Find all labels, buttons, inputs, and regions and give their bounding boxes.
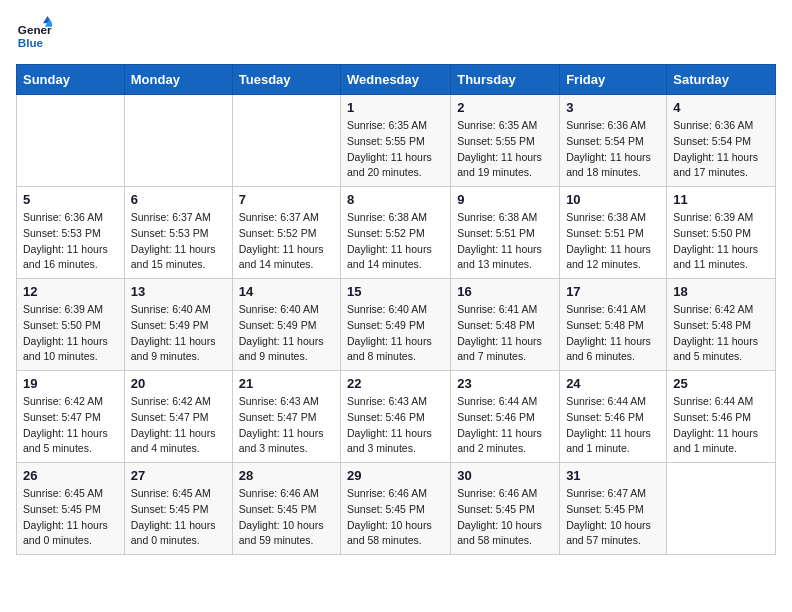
- day-number: 18: [673, 284, 769, 299]
- weekday-header-saturday: Saturday: [667, 65, 776, 95]
- day-number: 20: [131, 376, 226, 391]
- calendar-week-row: 26Sunrise: 6:45 AMSunset: 5:45 PMDayligh…: [17, 463, 776, 555]
- day-info: Sunrise: 6:36 AMSunset: 5:54 PMDaylight:…: [566, 118, 660, 181]
- day-info: Sunrise: 6:44 AMSunset: 5:46 PMDaylight:…: [673, 394, 769, 457]
- calendar-day-31: 31Sunrise: 6:47 AMSunset: 5:45 PMDayligh…: [560, 463, 667, 555]
- calendar-day-18: 18Sunrise: 6:42 AMSunset: 5:48 PMDayligh…: [667, 279, 776, 371]
- weekday-header-thursday: Thursday: [451, 65, 560, 95]
- calendar-day-22: 22Sunrise: 6:43 AMSunset: 5:46 PMDayligh…: [341, 371, 451, 463]
- calendar-day-5: 5Sunrise: 6:36 AMSunset: 5:53 PMDaylight…: [17, 187, 125, 279]
- day-info: Sunrise: 6:39 AMSunset: 5:50 PMDaylight:…: [23, 302, 118, 365]
- day-info: Sunrise: 6:38 AMSunset: 5:52 PMDaylight:…: [347, 210, 444, 273]
- calendar-day-29: 29Sunrise: 6:46 AMSunset: 5:45 PMDayligh…: [341, 463, 451, 555]
- day-number: 24: [566, 376, 660, 391]
- day-number: 31: [566, 468, 660, 483]
- weekday-header-monday: Monday: [124, 65, 232, 95]
- day-info: Sunrise: 6:38 AMSunset: 5:51 PMDaylight:…: [566, 210, 660, 273]
- calendar-day-12: 12Sunrise: 6:39 AMSunset: 5:50 PMDayligh…: [17, 279, 125, 371]
- calendar-day-24: 24Sunrise: 6:44 AMSunset: 5:46 PMDayligh…: [560, 371, 667, 463]
- day-number: 9: [457, 192, 553, 207]
- day-number: 29: [347, 468, 444, 483]
- empty-day-cell: [667, 463, 776, 555]
- calendar-table: SundayMondayTuesdayWednesdayThursdayFrid…: [16, 64, 776, 555]
- day-info: Sunrise: 6:36 AMSunset: 5:54 PMDaylight:…: [673, 118, 769, 181]
- calendar-day-8: 8Sunrise: 6:38 AMSunset: 5:52 PMDaylight…: [341, 187, 451, 279]
- day-number: 28: [239, 468, 334, 483]
- day-number: 14: [239, 284, 334, 299]
- empty-day-cell: [17, 95, 125, 187]
- day-info: Sunrise: 6:37 AMSunset: 5:52 PMDaylight:…: [239, 210, 334, 273]
- day-info: Sunrise: 6:43 AMSunset: 5:47 PMDaylight:…: [239, 394, 334, 457]
- day-number: 25: [673, 376, 769, 391]
- calendar-day-25: 25Sunrise: 6:44 AMSunset: 5:46 PMDayligh…: [667, 371, 776, 463]
- day-info: Sunrise: 6:41 AMSunset: 5:48 PMDaylight:…: [457, 302, 553, 365]
- day-info: Sunrise: 6:35 AMSunset: 5:55 PMDaylight:…: [347, 118, 444, 181]
- calendar-day-15: 15Sunrise: 6:40 AMSunset: 5:49 PMDayligh…: [341, 279, 451, 371]
- day-info: Sunrise: 6:40 AMSunset: 5:49 PMDaylight:…: [239, 302, 334, 365]
- day-number: 21: [239, 376, 334, 391]
- weekday-header-wednesday: Wednesday: [341, 65, 451, 95]
- day-number: 11: [673, 192, 769, 207]
- day-number: 7: [239, 192, 334, 207]
- page-header: General Blue: [16, 16, 776, 52]
- day-info: Sunrise: 6:40 AMSunset: 5:49 PMDaylight:…: [347, 302, 444, 365]
- day-number: 30: [457, 468, 553, 483]
- day-info: Sunrise: 6:44 AMSunset: 5:46 PMDaylight:…: [457, 394, 553, 457]
- calendar-day-10: 10Sunrise: 6:38 AMSunset: 5:51 PMDayligh…: [560, 187, 667, 279]
- weekday-header-tuesday: Tuesday: [232, 65, 340, 95]
- day-info: Sunrise: 6:46 AMSunset: 5:45 PMDaylight:…: [457, 486, 553, 549]
- day-info: Sunrise: 6:42 AMSunset: 5:47 PMDaylight:…: [131, 394, 226, 457]
- calendar-week-row: 12Sunrise: 6:39 AMSunset: 5:50 PMDayligh…: [17, 279, 776, 371]
- day-info: Sunrise: 6:45 AMSunset: 5:45 PMDaylight:…: [131, 486, 226, 549]
- day-number: 26: [23, 468, 118, 483]
- calendar-week-row: 19Sunrise: 6:42 AMSunset: 5:47 PMDayligh…: [17, 371, 776, 463]
- day-info: Sunrise: 6:46 AMSunset: 5:45 PMDaylight:…: [347, 486, 444, 549]
- weekday-header-sunday: Sunday: [17, 65, 125, 95]
- calendar-day-20: 20Sunrise: 6:42 AMSunset: 5:47 PMDayligh…: [124, 371, 232, 463]
- day-number: 22: [347, 376, 444, 391]
- day-number: 1: [347, 100, 444, 115]
- day-info: Sunrise: 6:39 AMSunset: 5:50 PMDaylight:…: [673, 210, 769, 273]
- calendar-day-4: 4Sunrise: 6:36 AMSunset: 5:54 PMDaylight…: [667, 95, 776, 187]
- calendar-day-26: 26Sunrise: 6:45 AMSunset: 5:45 PMDayligh…: [17, 463, 125, 555]
- day-info: Sunrise: 6:47 AMSunset: 5:45 PMDaylight:…: [566, 486, 660, 549]
- day-info: Sunrise: 6:40 AMSunset: 5:49 PMDaylight:…: [131, 302, 226, 365]
- calendar-day-23: 23Sunrise: 6:44 AMSunset: 5:46 PMDayligh…: [451, 371, 560, 463]
- calendar-day-9: 9Sunrise: 6:38 AMSunset: 5:51 PMDaylight…: [451, 187, 560, 279]
- calendar-day-19: 19Sunrise: 6:42 AMSunset: 5:47 PMDayligh…: [17, 371, 125, 463]
- calendar-day-13: 13Sunrise: 6:40 AMSunset: 5:49 PMDayligh…: [124, 279, 232, 371]
- day-number: 13: [131, 284, 226, 299]
- day-number: 16: [457, 284, 553, 299]
- svg-text:Blue: Blue: [18, 36, 44, 49]
- day-info: Sunrise: 6:42 AMSunset: 5:48 PMDaylight:…: [673, 302, 769, 365]
- calendar-week-row: 1Sunrise: 6:35 AMSunset: 5:55 PMDaylight…: [17, 95, 776, 187]
- day-number: 8: [347, 192, 444, 207]
- day-number: 15: [347, 284, 444, 299]
- day-info: Sunrise: 6:38 AMSunset: 5:51 PMDaylight:…: [457, 210, 553, 273]
- day-number: 6: [131, 192, 226, 207]
- logo-icon: General Blue: [16, 16, 52, 52]
- day-info: Sunrise: 6:37 AMSunset: 5:53 PMDaylight:…: [131, 210, 226, 273]
- day-number: 27: [131, 468, 226, 483]
- calendar-day-30: 30Sunrise: 6:46 AMSunset: 5:45 PMDayligh…: [451, 463, 560, 555]
- day-number: 12: [23, 284, 118, 299]
- calendar-day-6: 6Sunrise: 6:37 AMSunset: 5:53 PMDaylight…: [124, 187, 232, 279]
- logo: General Blue: [16, 16, 56, 52]
- calendar-day-1: 1Sunrise: 6:35 AMSunset: 5:55 PMDaylight…: [341, 95, 451, 187]
- calendar-day-2: 2Sunrise: 6:35 AMSunset: 5:55 PMDaylight…: [451, 95, 560, 187]
- weekday-header-friday: Friday: [560, 65, 667, 95]
- calendar-day-28: 28Sunrise: 6:46 AMSunset: 5:45 PMDayligh…: [232, 463, 340, 555]
- empty-day-cell: [124, 95, 232, 187]
- calendar-day-3: 3Sunrise: 6:36 AMSunset: 5:54 PMDaylight…: [560, 95, 667, 187]
- day-info: Sunrise: 6:44 AMSunset: 5:46 PMDaylight:…: [566, 394, 660, 457]
- day-info: Sunrise: 6:35 AMSunset: 5:55 PMDaylight:…: [457, 118, 553, 181]
- day-info: Sunrise: 6:42 AMSunset: 5:47 PMDaylight:…: [23, 394, 118, 457]
- day-info: Sunrise: 6:43 AMSunset: 5:46 PMDaylight:…: [347, 394, 444, 457]
- day-number: 5: [23, 192, 118, 207]
- calendar-week-row: 5Sunrise: 6:36 AMSunset: 5:53 PMDaylight…: [17, 187, 776, 279]
- calendar-day-11: 11Sunrise: 6:39 AMSunset: 5:50 PMDayligh…: [667, 187, 776, 279]
- day-info: Sunrise: 6:45 AMSunset: 5:45 PMDaylight:…: [23, 486, 118, 549]
- calendar-day-27: 27Sunrise: 6:45 AMSunset: 5:45 PMDayligh…: [124, 463, 232, 555]
- calendar-day-16: 16Sunrise: 6:41 AMSunset: 5:48 PMDayligh…: [451, 279, 560, 371]
- day-number: 10: [566, 192, 660, 207]
